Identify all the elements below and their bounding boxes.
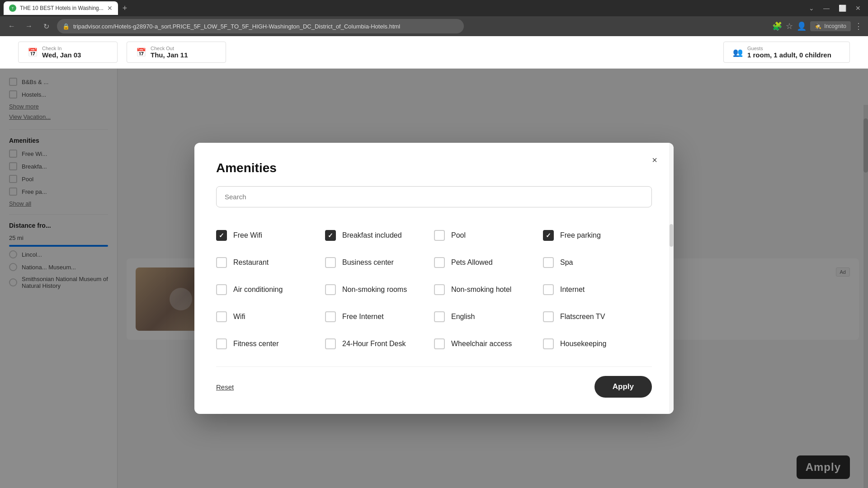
pets-allowed-checkbox[interactable] xyxy=(434,257,445,268)
restaurant-checkbox[interactable] xyxy=(216,257,227,268)
guests-label: Guests xyxy=(747,46,831,51)
amenity-wheelchair-access[interactable]: Wheelchair access xyxy=(434,330,543,357)
close-icon: × xyxy=(652,155,657,165)
pool-checkbox[interactable] xyxy=(434,230,445,241)
amenity-breakfast[interactable]: Breakfast included xyxy=(325,222,434,249)
non-smoking-rooms-label: Non-smoking rooms xyxy=(342,286,407,294)
amenity-english[interactable]: English xyxy=(434,303,543,330)
page-content: 📅 Check In Wed, Jan 03 📅 Check Out Thu, … xyxy=(0,36,868,488)
english-label: English xyxy=(451,313,475,321)
checkin-label: Check In xyxy=(42,46,81,51)
amenity-housekeeping[interactable]: Housekeeping xyxy=(543,330,652,357)
flatscreen-tv-checkbox[interactable] xyxy=(543,311,554,322)
spa-checkbox[interactable] xyxy=(543,257,554,268)
pool-label: Pool xyxy=(451,231,466,239)
guests-field[interactable]: 👥 Guests 1 room, 1 adult, 0 children xyxy=(723,42,850,63)
fitness-center-label: Fitness center xyxy=(233,340,278,348)
english-checkbox[interactable] xyxy=(434,311,445,322)
amenity-pets-allowed[interactable]: Pets Allowed xyxy=(434,249,543,276)
lock-icon: 🔒 xyxy=(62,23,70,30)
tab-close-button[interactable]: ✕ xyxy=(107,5,113,12)
minimize-button[interactable]: — xyxy=(820,3,833,14)
checkin-value: Wed, Jan 03 xyxy=(42,51,81,59)
free-wifi-checkbox[interactable] xyxy=(216,230,227,241)
housekeeping-label: Housekeeping xyxy=(560,340,606,348)
amenity-spa[interactable]: Spa xyxy=(543,249,652,276)
checkin-field[interactable]: 📅 Check In Wed, Jan 03 xyxy=(18,42,118,63)
spa-label: Spa xyxy=(560,258,573,267)
extensions-icon[interactable]: 🧩 xyxy=(772,21,782,31)
reset-button[interactable]: Reset xyxy=(216,383,234,391)
amenity-24hr-front-desk[interactable]: 24-Hour Front Desk xyxy=(325,330,434,357)
amenity-wifi[interactable]: Wifi xyxy=(216,303,325,330)
tab-favicon: T xyxy=(9,5,16,12)
new-tab-button[interactable]: + xyxy=(120,3,130,14)
housekeeping-checkbox[interactable] xyxy=(543,338,554,349)
amenity-search-input[interactable] xyxy=(216,186,652,207)
restore-button[interactable]: ⬜ xyxy=(835,3,850,14)
guests-info: Guests 1 room, 1 adult, 0 children xyxy=(747,46,831,59)
breakfast-label: Breakfast included xyxy=(342,231,402,239)
main-layout: B&Bs & ... Hostels... Show more View Vac… xyxy=(0,69,868,488)
checkout-field[interactable]: 📅 Check Out Thu, Jan 11 xyxy=(127,42,226,63)
wifi-checkbox[interactable] xyxy=(216,311,227,322)
checkout-calendar-icon: 📅 xyxy=(136,47,146,57)
guests-value: 1 room, 1 adult, 0 children xyxy=(747,51,831,59)
address-bar-row: ← → ↻ 🔒 tripadvisor.com/Hotels-g28970-a_… xyxy=(0,16,868,36)
amenity-free-internet[interactable]: Free Internet xyxy=(325,303,434,330)
wheelchair-access-checkbox[interactable] xyxy=(434,338,445,349)
address-bar[interactable]: 🔒 tripadvisor.com/Hotels-g28970-a_sort.P… xyxy=(57,19,464,33)
non-smoking-rooms-checkbox[interactable] xyxy=(325,284,336,295)
header-bar: 📅 Check In Wed, Jan 03 📅 Check Out Thu, … xyxy=(0,36,868,69)
tab-menu-button[interactable]: ⌄ xyxy=(805,3,818,14)
amenity-free-wifi[interactable]: Free Wifi xyxy=(216,222,325,249)
apply-button[interactable]: Apply xyxy=(594,376,652,398)
24hr-front-desk-checkbox[interactable] xyxy=(325,338,336,349)
amenity-pool[interactable]: Pool xyxy=(434,222,543,249)
24hr-front-desk-label: 24-Hour Front Desk xyxy=(342,340,406,348)
free-internet-checkbox[interactable] xyxy=(325,311,336,322)
modal-overlay[interactable]: × Amenities Free Wifi Breakfast included xyxy=(0,69,868,488)
amenity-flatscreen-tv[interactable]: Flatscreen TV xyxy=(543,303,652,330)
forward-button[interactable]: → xyxy=(23,20,35,33)
amenity-air-conditioning[interactable]: Air conditioning xyxy=(216,276,325,303)
non-smoking-hotel-checkbox[interactable] xyxy=(434,284,445,295)
free-parking-checkbox[interactable] xyxy=(543,230,554,241)
air-conditioning-checkbox[interactable] xyxy=(216,284,227,295)
amenity-non-smoking-hotel[interactable]: Non-smoking hotel xyxy=(434,276,543,303)
amenity-fitness-center[interactable]: Fitness center xyxy=(216,330,325,357)
amenity-non-smoking-rooms[interactable]: Non-smoking rooms xyxy=(325,276,434,303)
amenity-free-parking[interactable]: Free parking xyxy=(543,222,652,249)
checkout-value: Thu, Jan 11 xyxy=(151,51,188,59)
active-tab[interactable]: T THE 10 BEST Hotels in Washing... ✕ xyxy=(4,1,118,15)
incognito-icon: 🕵️ xyxy=(815,23,821,29)
profile-icon[interactable]: 👤 xyxy=(797,21,807,31)
menu-icon[interactable]: ⋮ xyxy=(854,21,863,31)
modal-scrollbar[interactable] xyxy=(669,143,674,414)
internet-checkbox[interactable] xyxy=(543,284,554,295)
business-center-checkbox[interactable] xyxy=(325,257,336,268)
guests-icon: 👥 xyxy=(733,47,743,57)
checkout-info: Check Out Thu, Jan 11 xyxy=(151,46,188,59)
amenity-internet[interactable]: Internet xyxy=(543,276,652,303)
amenities-modal: × Amenities Free Wifi Breakfast included xyxy=(194,143,674,414)
free-wifi-label: Free Wifi xyxy=(233,231,262,239)
free-internet-label: Free Internet xyxy=(342,313,384,321)
modal-scrollbar-thumb[interactable] xyxy=(670,224,673,247)
reload-button[interactable]: ↻ xyxy=(40,20,52,33)
bookmark-icon[interactable]: ☆ xyxy=(786,21,793,31)
tab-title: THE 10 BEST Hotels in Washing... xyxy=(20,5,104,11)
url-text: tripadvisor.com/Hotels-g28970-a_sort.PRI… xyxy=(73,23,400,30)
back-button[interactable]: ← xyxy=(5,20,18,33)
internet-label: Internet xyxy=(560,286,585,294)
breakfast-checkbox[interactable] xyxy=(325,230,336,241)
tab-bar: T THE 10 BEST Hotels in Washing... ✕ + ⌄… xyxy=(0,0,868,16)
checkin-info: Check In Wed, Jan 03 xyxy=(42,46,81,59)
close-window-button[interactable]: ✕ xyxy=(852,3,864,14)
business-center-label: Business center xyxy=(342,258,394,267)
browser-actions: 🧩 ☆ 👤 🕵️ Incognito ⋮ xyxy=(772,21,863,31)
modal-close-button[interactable]: × xyxy=(646,152,663,168)
amenity-business-center[interactable]: Business center xyxy=(325,249,434,276)
amenity-restaurant[interactable]: Restaurant xyxy=(216,249,325,276)
fitness-center-checkbox[interactable] xyxy=(216,338,227,349)
